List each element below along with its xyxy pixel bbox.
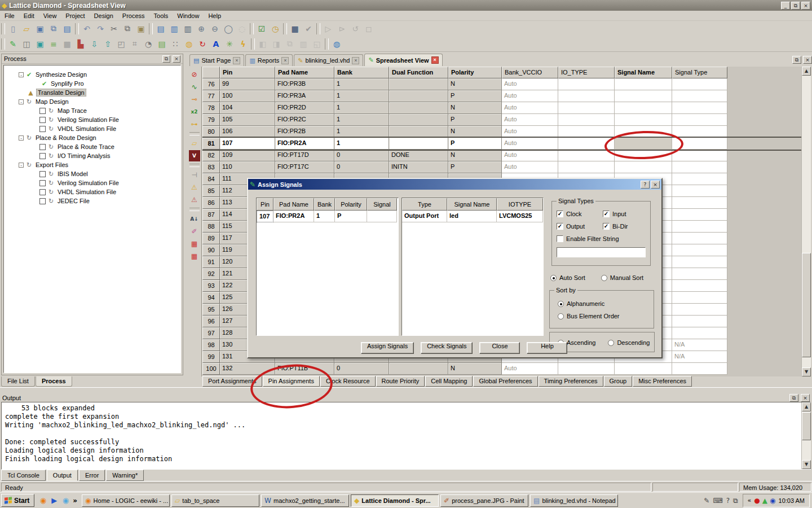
pin-cell[interactable]: 110	[220, 161, 275, 173]
signal-name-cell[interactable]	[615, 363, 672, 375]
row-number-cell[interactable]: 90	[202, 244, 220, 256]
console-tab[interactable]: Output	[47, 470, 78, 481]
start-button[interactable]: Start	[1, 494, 34, 507]
pen-icon[interactable]: ✎	[704, 497, 709, 505]
row-number-cell[interactable]: 100	[202, 363, 220, 375]
bank-vccio-cell[interactable]: Auto	[502, 114, 558, 126]
signal-type-cell[interactable]: N/A	[672, 339, 727, 351]
pin-cell[interactable]: 106	[220, 126, 275, 138]
signal-type-cell[interactable]	[672, 126, 727, 138]
menu-item[interactable]: Tools	[149, 11, 173, 20]
copy-button[interactable]: ⧉	[121, 23, 134, 35]
web-button[interactable]: ◍	[330, 38, 343, 50]
column-header-bank[interactable]: Bank	[334, 67, 389, 78]
menu-item[interactable]: Design	[90, 11, 118, 20]
io-type-cell[interactable]	[558, 114, 615, 126]
process-tree-item[interactable]: - ↻ Verilog Simulation File	[4, 178, 180, 187]
tree-checkbox[interactable]	[39, 117, 46, 123]
pin-cell[interactable]: 132	[220, 363, 275, 375]
row-number-cell[interactable]: 81	[202, 138, 220, 150]
sheet-tab[interactable]: Pin Assignments	[263, 376, 320, 387]
package-button[interactable]: ◍	[183, 38, 195, 50]
rerun-button[interactable]: ↺	[349, 23, 361, 35]
scroll-up-icon[interactable]: ▲	[802, 402, 811, 411]
tile-vertical-button[interactable]: ◨	[270, 38, 283, 50]
process-tree-item[interactable]: - ↻ Place & Route Design	[4, 133, 180, 142]
row-number-cell[interactable]: 82	[202, 150, 220, 161]
process-tree-item[interactable]: - ✔ Synplify Pro	[4, 79, 180, 88]
zoom-fit-button[interactable]: ◌	[236, 23, 248, 35]
dialog-close-icon[interactable]: ×	[651, 181, 660, 189]
open-drain-icon[interactable]: ⊸	[189, 94, 200, 105]
tray-green-icon[interactable]: ▲	[762, 497, 767, 505]
restore-button[interactable]: ⧉	[791, 2, 800, 10]
tree-checkbox[interactable]	[39, 189, 46, 195]
polarity-cell[interactable]: P	[448, 161, 502, 173]
pin-cell[interactable]: 107	[220, 138, 275, 150]
polarity-cell[interactable]: N	[448, 78, 502, 90]
checkbox[interactable]: ✓	[557, 211, 563, 217]
dual-function-cell[interactable]	[389, 78, 448, 90]
column-header-signal-name[interactable]: Signal Name	[615, 67, 672, 78]
bank-cell[interactable]: 0	[334, 161, 389, 173]
tree-checkbox[interactable]	[39, 153, 46, 159]
signal-name-cell[interactable]	[615, 114, 672, 126]
row-number-cell[interactable]: 76	[202, 78, 220, 90]
tab-close-icon[interactable]: ×	[281, 57, 289, 64]
import-assign-icon[interactable]: ▱	[189, 138, 200, 149]
pad-name-cell[interactable]: FIO:PR2C	[275, 114, 334, 126]
media-player-icon[interactable]: ▶	[49, 496, 59, 506]
process-tree-item[interactable]: - ↻ Export Files	[4, 160, 180, 169]
cascade-button[interactable]: ⧉	[284, 38, 296, 50]
radio-button[interactable]	[550, 275, 557, 281]
run-button[interactable]: ▷	[322, 23, 334, 35]
signal-type-cell[interactable]	[672, 316, 727, 327]
tray-red-icon[interactable]: ●	[754, 497, 760, 505]
signal-name-cell[interactable]	[615, 138, 672, 150]
generate-button[interactable]: ✳	[223, 38, 236, 50]
pin-cell[interactable]: 104	[220, 102, 275, 114]
sheet-tab[interactable]: Cell Mapping	[425, 376, 473, 387]
package-view-button[interactable]: ◫	[20, 38, 33, 50]
signal-type-cell[interactable]	[672, 280, 727, 292]
signal-type-cell[interactable]	[672, 268, 727, 280]
ie-icon[interactable]: ◉	[60, 496, 70, 506]
polarity-cell[interactable]: N	[448, 126, 502, 138]
device-view-button[interactable]: ▣	[34, 38, 46, 50]
bank-vccio-cell[interactable]: Auto	[502, 90, 558, 102]
dialog-button[interactable]: Help	[527, 342, 567, 354]
pin-cell[interactable]: 100	[220, 90, 275, 102]
scroll-up-icon[interactable]: ▲	[802, 67, 811, 76]
signal-type-option[interactable]: ✓ Input	[603, 208, 646, 220]
restore-small-icon[interactable]: ⧉	[733, 497, 738, 505]
tree-checkbox[interactable]	[39, 144, 46, 150]
chip-view-button[interactable]: ▦	[61, 38, 73, 50]
stop-button[interactable]: ◻	[363, 23, 375, 35]
output-float-icon[interactable]: ⧉	[789, 394, 798, 402]
signal-type-cell[interactable]	[672, 102, 727, 114]
bank-vccio-cell[interactable]: Auto	[502, 78, 558, 90]
menu-item[interactable]: Project	[61, 11, 89, 20]
menu-item[interactable]: Help	[204, 11, 226, 20]
row-number-cell[interactable]: 77	[202, 90, 220, 102]
radio-button[interactable]	[558, 301, 564, 307]
tree-expander-icon[interactable]: -	[19, 99, 24, 104]
signal-type-option[interactable]: ✓ Bi-Dir	[603, 220, 646, 233]
menu-item[interactable]: Process	[118, 11, 149, 20]
polarity-cell[interactable]: P	[448, 90, 502, 102]
scroll-thumb[interactable]	[802, 412, 811, 440]
row-number-cell[interactable]: 94	[202, 292, 220, 304]
column-header-polarity[interactable]: Polarity	[448, 67, 502, 78]
pad-name-cell[interactable]: FIO:PT17C	[275, 161, 334, 173]
floorplan-view-button[interactable]: ▙	[74, 38, 87, 50]
process-tree-item[interactable]: - ↻ VHDL Simulation File	[4, 124, 180, 133]
net-grid2-icon[interactable]: ▦	[189, 251, 200, 262]
filter-checkbox[interactable]: ✓	[557, 235, 563, 242]
order-option[interactable]: Descending	[608, 337, 650, 348]
checkbox[interactable]: ✓	[603, 211, 610, 217]
tree-expander-icon[interactable]: -	[19, 163, 24, 168]
task-button[interactable]: ▤ blinking_led.vhd - Notepad	[530, 494, 618, 507]
output-close-icon[interactable]: ×	[801, 394, 810, 402]
bank-vccio-cell[interactable]: Auto	[502, 363, 558, 375]
polarity-cell[interactable]: N	[448, 150, 502, 161]
